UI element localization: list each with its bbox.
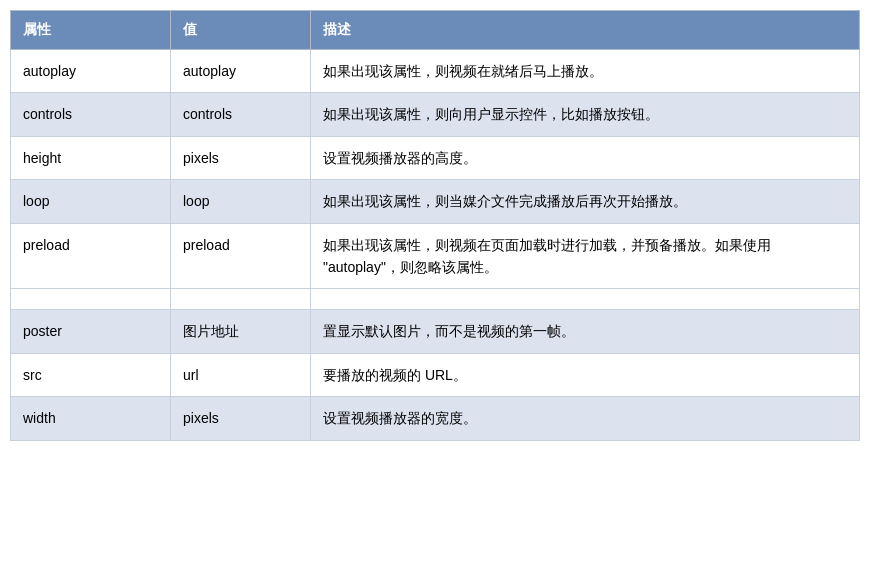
desc-cell: 如果出现该属性，则视频在就绪后马上播放。	[311, 50, 860, 93]
attr-cell: poster	[11, 310, 171, 353]
value-cell: url	[171, 353, 311, 396]
table-row: autoplayautoplay如果出现该属性，则视频在就绪后马上播放。	[11, 50, 860, 93]
table-row: preloadpreload如果出现该属性，则视频在页面加载时进行加载，并预备播…	[11, 223, 860, 289]
desc-cell: 设置视频播放器的宽度。	[311, 397, 860, 440]
value-cell: loop	[171, 180, 311, 223]
desc-cell: 如果出现该属性，则当媒介文件完成播放后再次开始播放。	[311, 180, 860, 223]
attr-cell: controls	[11, 93, 171, 136]
value-cell: pixels	[171, 136, 311, 179]
table-row: widthpixels设置视频播放器的宽度。	[11, 397, 860, 440]
value-cell: controls	[171, 93, 311, 136]
empty-cell	[311, 289, 860, 310]
desc-cell: 设置视频播放器的高度。	[311, 136, 860, 179]
empty-cell	[171, 289, 311, 310]
table-row: looploop如果出现该属性，则当媒介文件完成播放后再次开始播放。	[11, 180, 860, 223]
table-row: poster图片地址置显示默认图片，而不是视频的第一帧。	[11, 310, 860, 353]
desc-cell: 如果出现该属性，则视频在页面加载时进行加载，并预备播放。如果使用 "autopl…	[311, 223, 860, 289]
value-cell: autoplay	[171, 50, 311, 93]
attr-cell: height	[11, 136, 171, 179]
desc-cell: 置显示默认图片，而不是视频的第一帧。	[311, 310, 860, 353]
attr-cell: preload	[11, 223, 171, 289]
desc-cell: 要播放的视频的 URL。	[311, 353, 860, 396]
attr-cell: loop	[11, 180, 171, 223]
table-header-row: 属性 值 描述	[11, 11, 860, 50]
table-row: heightpixels设置视频播放器的高度。	[11, 136, 860, 179]
table-row: controlscontrols如果出现该属性，则向用户显示控件，比如播放按钮。	[11, 93, 860, 136]
header-desc: 描述	[311, 11, 860, 50]
attr-cell: autoplay	[11, 50, 171, 93]
desc-cell: 如果出现该属性，则向用户显示控件，比如播放按钮。	[311, 93, 860, 136]
empty-cell	[11, 289, 171, 310]
attr-cell: src	[11, 353, 171, 396]
value-cell: preload	[171, 223, 311, 289]
table-row: srcurl要播放的视频的 URL。	[11, 353, 860, 396]
header-attr: 属性	[11, 11, 171, 50]
table-row	[11, 289, 860, 310]
value-cell: 图片地址	[171, 310, 311, 353]
attr-cell: width	[11, 397, 171, 440]
header-value: 值	[171, 11, 311, 50]
value-cell: pixels	[171, 397, 311, 440]
attributes-table: 属性 值 描述 autoplayautoplay如果出现该属性，则视频在就绪后马…	[10, 10, 860, 441]
